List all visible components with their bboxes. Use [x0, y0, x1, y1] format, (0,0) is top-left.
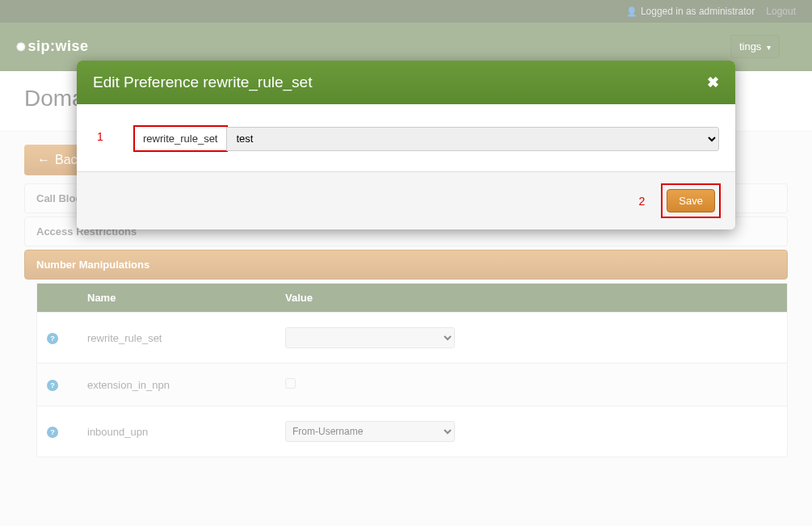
annotation-2: 2: [639, 195, 646, 208]
rewrite-rule-set-select[interactable]: test: [226, 127, 720, 151]
field-highlight-box: rewrite_rule_set: [133, 125, 228, 152]
modal-header: Edit Preference rewrite_rule_set ✖: [77, 61, 735, 104]
save-highlight-box: Save: [661, 183, 721, 218]
modal-body: 1 rewrite_rule_set test: [77, 104, 735, 171]
annotation-1: 1: [97, 130, 103, 143]
field-label: rewrite_rule_set: [143, 133, 218, 145]
save-button[interactable]: Save: [667, 189, 715, 213]
modal-footer: 2 Save: [77, 171, 735, 229]
modal-title: Edit Preference rewrite_rule_set: [93, 74, 312, 91]
edit-preference-modal: Edit Preference rewrite_rule_set ✖ 1 rew…: [77, 61, 735, 229]
close-icon[interactable]: ✖: [707, 74, 719, 91]
